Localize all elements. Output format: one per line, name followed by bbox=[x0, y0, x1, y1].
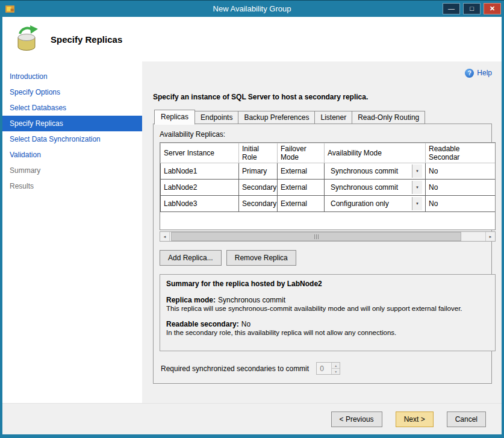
replica-buttons-row: Add Replica... Remove Replica bbox=[160, 250, 485, 266]
cell-failover-mode[interactable]: External bbox=[278, 196, 325, 212]
required-secondaries-row: Required synchronized secondaries to com… bbox=[160, 362, 485, 375]
wizard-sidebar: Introduction Specify Options Select Data… bbox=[2, 61, 142, 403]
required-secondaries-value: 0 bbox=[317, 363, 331, 374]
replica-mode-line: Replica mode:Synchronous commit This rep… bbox=[166, 296, 489, 312]
required-secondaries-spinner: 0 ▲ ▼ bbox=[316, 362, 340, 375]
scrollbar-thumb[interactable] bbox=[171, 232, 461, 241]
sidebar-item-validation[interactable]: Validation bbox=[2, 147, 142, 163]
table-row[interactable]: LabNode2 Secondary External Synchronous … bbox=[161, 180, 496, 196]
help-icon: ? bbox=[465, 69, 474, 78]
cancel-button[interactable]: Cancel bbox=[447, 411, 486, 427]
window-icon bbox=[5, 4, 15, 14]
remove-replica-button[interactable]: Remove Replica bbox=[226, 250, 296, 266]
availability-mode-dropdown[interactable]: Synchronous commit ▼ bbox=[328, 164, 422, 178]
dialog-body: Specify Replicas Introduction Specify Op… bbox=[2, 17, 502, 434]
sidebar-item-summary: Summary bbox=[2, 163, 142, 178]
availability-replicas-label: Availability Replicas: bbox=[160, 130, 485, 139]
tab-replicas[interactable]: Replicas bbox=[154, 110, 195, 125]
availability-mode-value: Synchronous commit bbox=[328, 181, 412, 194]
replicas-tab-panel: Availability Replicas: Server Instance I… bbox=[153, 124, 492, 384]
tab-endpoints-label: Endpoints bbox=[201, 113, 232, 122]
sidebar-item-specify-replicas[interactable]: Specify Replicas bbox=[2, 116, 142, 131]
replica-summary-box: Summary for the replica hosted by LabNod… bbox=[160, 274, 496, 351]
replicas-grid-container: Server Instance Initial Role Failover Mo… bbox=[160, 142, 496, 230]
cell-initial-role[interactable]: Secondary bbox=[239, 196, 278, 212]
availability-mode-dropdown[interactable]: Configuration only ▼ bbox=[328, 197, 422, 210]
readable-secondary-label: Readable secondary: bbox=[166, 320, 239, 328]
cell-readable-secondary[interactable]: No bbox=[426, 180, 496, 196]
next-button[interactable]: Next > bbox=[396, 411, 434, 427]
scroll-right-icon[interactable]: ► bbox=[485, 232, 495, 241]
cell-server-instance[interactable]: LabNode2 bbox=[161, 180, 239, 196]
replica-mode-value: Synchronous commit bbox=[218, 296, 285, 304]
sidebar-item-introduction[interactable]: Introduction bbox=[2, 69, 142, 84]
cell-server-instance[interactable]: LabNode1 bbox=[161, 163, 239, 180]
wizard-header: Specify Replicas bbox=[2, 17, 502, 61]
add-replica-button[interactable]: Add Replica... bbox=[160, 250, 222, 266]
horizontal-scrollbar: ◄ ► bbox=[160, 231, 496, 242]
sidebar-item-select-databases[interactable]: Select Databases bbox=[2, 100, 142, 116]
tab-read-only-routing[interactable]: Read-Only Routing bbox=[352, 111, 425, 124]
column-header-readable-secondary: Readable Secondar bbox=[426, 143, 496, 163]
chevron-down-icon[interactable]: ▼ bbox=[412, 181, 422, 194]
scrollbar-track[interactable] bbox=[170, 232, 485, 241]
sidebar-item-specify-options[interactable]: Specify Options bbox=[2, 84, 142, 100]
cell-initial-role[interactable]: Primary bbox=[239, 163, 278, 180]
instruction-text: Specify an instance of SQL Server to hos… bbox=[153, 93, 492, 101]
spinner-buttons: ▲ ▼ bbox=[331, 363, 340, 374]
window-controls: — □ ✕ bbox=[443, 3, 501, 14]
content-row: Introduction Specify Options Select Data… bbox=[2, 61, 502, 403]
cell-initial-role[interactable]: Secondary bbox=[239, 180, 278, 196]
availability-replicas-table: Server Instance Initial Role Failover Mo… bbox=[160, 143, 496, 212]
column-header-failover-mode: Failover Mode bbox=[278, 143, 325, 163]
help-row: ? Help bbox=[153, 67, 492, 78]
close-button[interactable]: ✕ bbox=[484, 3, 501, 14]
minimize-button[interactable]: — bbox=[443, 3, 460, 14]
cell-readable-secondary[interactable]: No bbox=[426, 163, 496, 180]
replica-mode-label: Replica mode: bbox=[166, 296, 216, 304]
table-row[interactable]: LabNode3 Secondary External Configuratio… bbox=[161, 196, 496, 212]
table-row[interactable]: LabNode1 Primary External Synchronous co… bbox=[161, 163, 496, 180]
help-link[interactable]: Help bbox=[477, 69, 492, 77]
sidebar-item-select-data-synchronization[interactable]: Select Data Synchronization bbox=[2, 131, 142, 147]
spin-down-icon: ▼ bbox=[332, 369, 340, 374]
scroll-left-icon[interactable]: ◄ bbox=[160, 232, 170, 241]
previous-button[interactable]: < Previous bbox=[331, 411, 382, 427]
tab-backup-preferences[interactable]: Backup Preferences bbox=[238, 111, 315, 124]
readable-secondary-line: Readable secondary:No In the secondary r… bbox=[166, 320, 489, 336]
chevron-down-icon[interactable]: ▼ bbox=[412, 197, 422, 210]
summary-title: Summary for the replica hosted by LabNod… bbox=[166, 280, 489, 288]
cell-failover-mode[interactable]: External bbox=[278, 163, 325, 180]
window-title: New Availability Group bbox=[0, 4, 504, 13]
tab-listener[interactable]: Listener bbox=[314, 111, 352, 124]
readable-secondary-value: No bbox=[241, 320, 250, 328]
column-header-initial-role: Initial Role bbox=[239, 143, 278, 163]
page-title: Specify Replicas bbox=[51, 34, 122, 45]
spin-up-icon: ▲ bbox=[332, 363, 340, 369]
cell-failover-mode[interactable]: External bbox=[278, 180, 325, 196]
cell-server-instance[interactable]: LabNode3 bbox=[161, 196, 239, 212]
wizard-footer: < Previous Next > Cancel bbox=[2, 403, 502, 434]
column-header-server-instance: Server Instance bbox=[161, 143, 239, 163]
main-content: ? Help Specify an instance of SQL Server… bbox=[142, 61, 502, 403]
availability-mode-value: Synchronous commit bbox=[328, 164, 412, 178]
tab-endpoints[interactable]: Endpoints bbox=[194, 111, 238, 124]
required-secondaries-label: Required synchronized secondaries to com… bbox=[161, 364, 309, 373]
readable-secondary-description: In the secondary role, this availability… bbox=[166, 329, 489, 336]
tab-listener-label: Listener bbox=[320, 113, 346, 122]
column-header-availability-mode: Availability Mode bbox=[325, 143, 426, 163]
availability-group-icon bbox=[12, 25, 41, 54]
chevron-down-icon[interactable]: ▼ bbox=[412, 164, 422, 178]
tab-strip: Replicas Endpoints Backup Preferences Li… bbox=[153, 110, 492, 124]
new-availability-group-window: New Availability Group — □ ✕ Specify Rep… bbox=[0, 0, 504, 438]
cell-readable-secondary[interactable]: No bbox=[426, 196, 496, 212]
sidebar-item-results: Results bbox=[2, 178, 142, 194]
tab-backup-preferences-label: Backup Preferences bbox=[244, 113, 309, 122]
titlebar: New Availability Group — □ ✕ bbox=[0, 1, 504, 17]
replica-mode-description: This replica will use synchronous-commit… bbox=[166, 305, 489, 312]
tab-replicas-label: Replicas bbox=[161, 113, 188, 121]
availability-mode-dropdown[interactable]: Synchronous commit ▼ bbox=[328, 181, 422, 194]
maximize-button[interactable]: □ bbox=[463, 3, 481, 14]
table-header-row: Server Instance Initial Role Failover Mo… bbox=[161, 143, 496, 163]
availability-mode-value: Configuration only bbox=[328, 197, 412, 210]
